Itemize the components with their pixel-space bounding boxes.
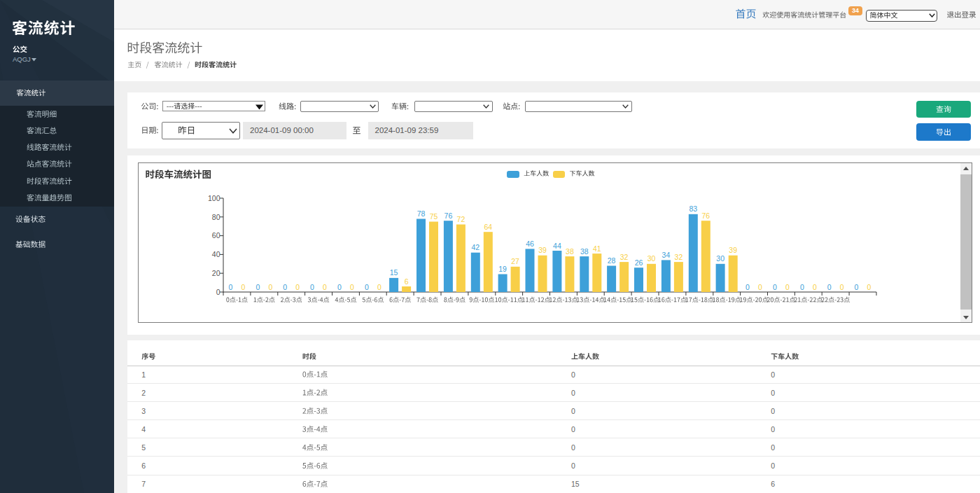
- svg-text:26: 26: [635, 258, 643, 267]
- svg-text:40: 40: [212, 250, 220, 258]
- svg-text:0: 0: [773, 283, 777, 291]
- svg-text:19: 19: [498, 265, 507, 273]
- svg-text:0: 0: [800, 283, 804, 291]
- svg-text:46: 46: [526, 239, 534, 248]
- svg-text:78: 78: [417, 209, 426, 218]
- svg-text:28: 28: [608, 256, 616, 265]
- svg-text:0: 0: [785, 283, 790, 291]
- svg-text:44: 44: [553, 242, 561, 250]
- svg-text:80: 80: [212, 213, 220, 221]
- svg-text:72: 72: [457, 215, 465, 223]
- svg-text:100: 100: [208, 194, 220, 202]
- svg-text:0: 0: [283, 283, 287, 291]
- svg-text:0: 0: [840, 283, 844, 291]
- svg-text:15: 15: [390, 268, 398, 277]
- svg-text:42: 42: [471, 243, 479, 251]
- svg-text:0: 0: [827, 283, 832, 291]
- svg-text:76: 76: [701, 211, 710, 220]
- svg-text:60: 60: [212, 231, 220, 239]
- svg-text:0: 0: [758, 283, 762, 291]
- svg-text:20: 20: [212, 269, 220, 277]
- svg-text:0: 0: [350, 283, 354, 291]
- svg-text:41: 41: [593, 244, 601, 253]
- svg-text:0: 0: [337, 283, 342, 291]
- svg-text:30: 30: [716, 254, 724, 263]
- svg-text:32: 32: [675, 253, 683, 261]
- svg-text:39: 39: [538, 246, 547, 254]
- svg-text:76: 76: [444, 211, 453, 220]
- svg-text:0: 0: [310, 283, 314, 291]
- svg-text:64: 64: [484, 223, 492, 231]
- svg-text:0: 0: [377, 283, 382, 291]
- svg-text:0: 0: [813, 283, 817, 291]
- svg-text:0: 0: [855, 283, 859, 291]
- svg-text:38: 38: [580, 247, 589, 256]
- svg-text:0: 0: [228, 283, 232, 291]
- svg-text:0: 0: [268, 283, 272, 291]
- svg-text:27: 27: [511, 257, 519, 265]
- svg-text:34: 34: [662, 251, 671, 259]
- svg-text:32: 32: [620, 253, 629, 261]
- svg-text:0: 0: [365, 283, 369, 291]
- svg-text:0: 0: [241, 283, 245, 291]
- svg-text:6: 6: [405, 277, 409, 286]
- svg-text:0: 0: [746, 283, 750, 291]
- svg-text:75: 75: [430, 212, 438, 221]
- svg-text:0: 0: [255, 283, 260, 291]
- svg-text:0: 0: [216, 288, 220, 296]
- svg-text:0: 0: [867, 283, 872, 291]
- svg-text:0: 0: [323, 283, 327, 291]
- svg-text:38: 38: [566, 247, 574, 256]
- svg-text:0: 0: [295, 283, 300, 291]
- svg-text:83: 83: [689, 204, 697, 213]
- svg-text:39: 39: [729, 246, 737, 254]
- svg-text:30: 30: [648, 254, 656, 263]
